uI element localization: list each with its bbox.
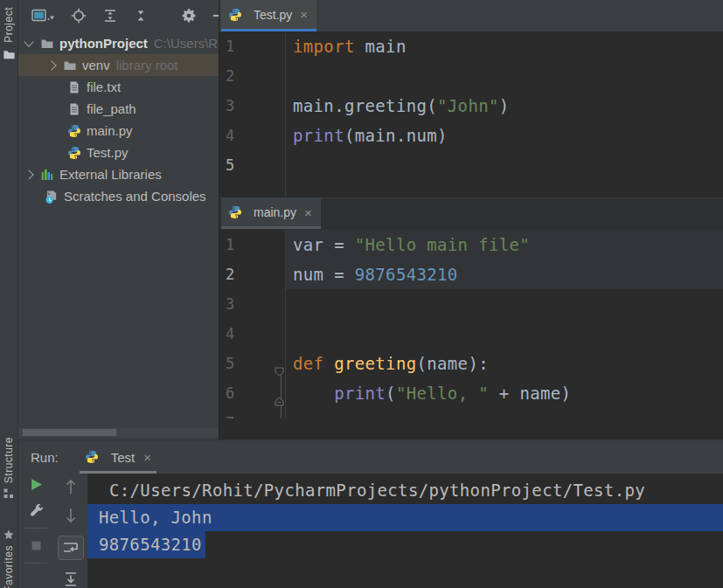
stripe-favorites-label: Favorites — [3, 545, 15, 588]
project-hscrollbar[interactable] — [18, 428, 219, 437]
tree-item-label: Test.py — [87, 145, 129, 160]
code-text: import main — [286, 31, 723, 61]
tree-item-venv[interactable]: venvlibrary root — [18, 54, 219, 76]
close-icon[interactable]: × — [304, 206, 312, 219]
project-folder-icon — [3, 48, 16, 61]
toolbar-separator — [24, 563, 47, 564]
stripe-favorites-button[interactable]: Favorites — [0, 529, 17, 588]
code-line-3: 3 — [219, 289, 723, 319]
editor-main-py: main.py × 1var = "Hello main file"2num =… — [219, 197, 723, 439]
run-toolbar-left — [18, 474, 53, 588]
tree-item-label: pythonProject — [59, 36, 148, 51]
tree-item-main-py[interactable]: main.py — [18, 120, 219, 142]
line-number[interactable]: 1 — [226, 31, 278, 61]
locate-file-icon[interactable] — [71, 8, 87, 24]
scroll-to-end-icon[interactable] — [64, 571, 78, 587]
chevron-right-icon[interactable] — [46, 60, 56, 70]
line-number[interactable]: 3 — [226, 91, 278, 121]
code-line-1: 1var = "Hello main file" — [219, 230, 723, 259]
code-line-1: 1import main — [219, 31, 723, 61]
settings-gear-icon[interactable] — [181, 8, 197, 24]
tool-window-stripe: Project Structure Favorites — [0, 0, 18, 588]
line-number[interactable]: 2 — [226, 259, 278, 289]
run-tab-test[interactable]: Test × — [80, 440, 156, 474]
tree-item-label: main.py — [87, 123, 133, 138]
run-tab-label: Test — [111, 450, 136, 465]
code-line-4: 4 — [219, 319, 723, 349]
line-number[interactable]: 7 — [226, 408, 278, 419]
tree-item-pythonproject[interactable]: pythonProjectC:\Users\R — [18, 32, 219, 54]
code-line-4: 4print(main.num) — [219, 121, 723, 150]
code-text: var = "Hello main file" — [286, 230, 723, 259]
structure-icon — [3, 488, 14, 499]
tree-item-test-py[interactable]: Test.py — [18, 142, 219, 163]
tree-item-label: venv — [82, 58, 110, 73]
up-stacktrace-icon[interactable] — [64, 478, 78, 495]
soft-wrap-icon — [62, 540, 80, 556]
run-body: C:/Users/Rohit/PycharmProjects/pythonPro… — [18, 474, 723, 588]
chevron-down-icon[interactable] — [24, 37, 33, 46]
textfile-icon — [67, 80, 81, 94]
tree-item-label: External Libraries — [59, 167, 162, 182]
tree-item-suffix: C:\Users\R — [154, 36, 218, 51]
fold-marker-icon[interactable] — [274, 387, 286, 399]
line-number[interactable]: 2 — [226, 61, 278, 91]
python-file-icon — [85, 450, 99, 464]
soft-wrap-toggle[interactable] — [58, 536, 84, 560]
editor-test-py: Test.py × 1import main23main.greeting("J… — [219, 0, 723, 197]
tree-item-label: Scratches and Consoles — [64, 189, 206, 204]
tree-item-file-txt[interactable]: file.txt — [18, 76, 219, 98]
code-line-3: 3main.greeting("John") — [219, 91, 723, 121]
tab-test-py[interactable]: Test.py × — [221, 0, 316, 31]
close-icon[interactable]: × — [300, 8, 308, 21]
console-line: 9876543210 — [87, 531, 723, 558]
line-number[interactable]: 5 — [226, 349, 278, 378]
main-code-area[interactable]: 1var = "Hello main file"2num = 987654321… — [219, 230, 723, 419]
fold-marker-icon[interactable] — [274, 357, 286, 370]
run-label: Run: — [31, 450, 59, 465]
stripe-structure-label: Structure — [3, 437, 15, 483]
code-text: print("Hello, " + name) — [286, 378, 723, 408]
test-code-area[interactable]: 1import main23main.greeting("John")4prin… — [219, 31, 723, 197]
code-text: print(main.num) — [286, 121, 723, 150]
line-number[interactable]: 1 — [226, 230, 278, 259]
run-toolbar-console — [53, 474, 87, 588]
view-options-icon[interactable] — [31, 9, 54, 23]
python-icon — [67, 124, 81, 138]
line-number[interactable]: 4 — [226, 121, 278, 150]
stripe-project-button[interactable]: Project — [0, 7, 17, 61]
tab-main-py[interactable]: main.py × — [221, 198, 321, 229]
run-console[interactable]: C:/Users/Rohit/PycharmProjects/pythonPro… — [87, 474, 723, 588]
folder-icon — [63, 59, 77, 73]
stop-icon[interactable] — [30, 539, 43, 552]
code-text: main.greeting("John") — [286, 91, 723, 121]
rerun-icon[interactable] — [29, 477, 44, 492]
code-text: def greeting(name): — [286, 349, 723, 378]
close-icon[interactable]: × — [143, 451, 151, 464]
scrollbar-thumb[interactable] — [23, 429, 116, 436]
tree-item-file-path[interactable]: file_path — [18, 98, 219, 120]
library-icon — [40, 168, 54, 182]
collapse-all-icon[interactable] — [134, 9, 148, 23]
down-stacktrace-icon[interactable] — [64, 507, 78, 524]
expand-all-icon[interactable] — [103, 9, 117, 23]
main-code-lines: 1var = "Hello main file"2num = 987654321… — [219, 230, 723, 419]
tree-item-scratches-and-consoles[interactable]: Scratches and Consoles — [18, 185, 219, 207]
line-number[interactable]: 3 — [226, 289, 278, 319]
line-number[interactable]: 4 — [226, 319, 278, 349]
code-line-2: 2num = 9876543210 — [219, 259, 723, 289]
tree-item-external-libraries[interactable]: External Libraries — [18, 163, 219, 185]
code-line-7: 7 — [219, 408, 723, 419]
stripe-structure-button[interactable]: Structure — [0, 437, 17, 499]
project-toolbar — [18, 0, 219, 31]
line-number[interactable]: 6 — [226, 378, 278, 408]
settings-wrench-icon[interactable] — [29, 502, 44, 517]
code-text: num = 9876543210 — [286, 259, 723, 289]
scratches-icon — [45, 190, 59, 204]
test-code-lines: 1import main23main.greeting("John")4prin… — [219, 31, 723, 180]
run-tool-window: Run: Test × — [18, 439, 723, 588]
line-number[interactable]: 5 — [226, 150, 278, 180]
tree-item-suffix: library root — [116, 58, 178, 73]
project-tree: pythonProjectC:\Users\Rvenvlibrary rootf… — [18, 32, 219, 207]
chevron-right-icon[interactable] — [24, 169, 33, 179]
